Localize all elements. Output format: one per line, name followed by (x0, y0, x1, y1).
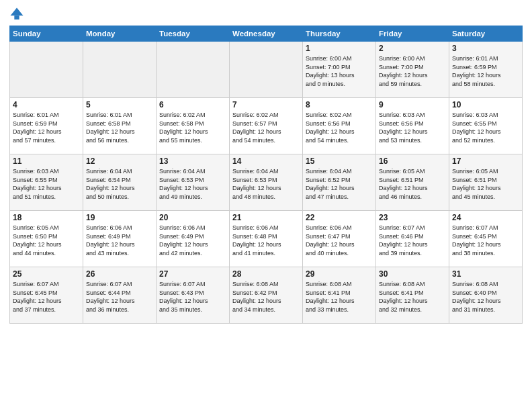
calendar-cell: 18Sunrise: 6:05 AM Sunset: 6:50 PM Dayli… (10, 211, 83, 267)
day-number: 6 (159, 100, 226, 109)
day-number: 7 (232, 100, 300, 109)
day-info: Sunrise: 6:02 AM Sunset: 6:58 PM Dayligh… (159, 111, 226, 144)
day-info: Sunrise: 6:05 AM Sunset: 6:51 PM Dayligh… (452, 167, 519, 201)
calendar-cell (83, 42, 157, 98)
day-number: 21 (232, 213, 300, 222)
page-container: SundayMondayTuesdayWednesdayThursdayFrid… (0, 0, 532, 328)
day-number: 19 (86, 213, 153, 222)
day-info: Sunrise: 6:03 AM Sunset: 6:55 PM Dayligh… (452, 111, 519, 144)
day-info: Sunrise: 6:04 AM Sunset: 6:52 PM Dayligh… (306, 167, 373, 201)
day-info: Sunrise: 6:04 AM Sunset: 6:53 PM Dayligh… (232, 167, 300, 201)
calendar-cell: 29Sunrise: 6:08 AM Sunset: 6:41 PM Dayli… (303, 267, 376, 324)
calendar-cell: 28Sunrise: 6:08 AM Sunset: 6:42 PM Dayli… (230, 267, 303, 324)
calendar-week-row: 4Sunrise: 6:01 AM Sunset: 6:59 PM Daylig… (10, 98, 523, 154)
calendar-cell: 8Sunrise: 6:02 AM Sunset: 6:56 PM Daylig… (303, 98, 376, 154)
header-day-tuesday: Tuesday (157, 26, 230, 42)
calendar-cell: 19Sunrise: 6:06 AM Sunset: 6:49 PM Dayli… (83, 211, 157, 267)
day-number: 9 (379, 100, 446, 109)
header-day-saturday: Saturday (449, 26, 523, 42)
day-info: Sunrise: 6:01 AM Sunset: 6:59 PM Dayligh… (452, 54, 519, 88)
calendar-cell: 21Sunrise: 6:06 AM Sunset: 6:48 PM Dayli… (230, 211, 303, 267)
day-number: 20 (159, 213, 226, 222)
day-info: Sunrise: 6:05 AM Sunset: 6:51 PM Dayligh… (379, 167, 446, 201)
day-number: 3 (452, 44, 519, 53)
day-number: 10 (452, 100, 519, 109)
day-number: 29 (306, 269, 373, 279)
day-info: Sunrise: 6:01 AM Sunset: 6:59 PM Dayligh… (13, 111, 80, 144)
calendar-cell: 15Sunrise: 6:04 AM Sunset: 6:52 PM Dayli… (303, 154, 376, 211)
day-info: Sunrise: 6:07 AM Sunset: 6:44 PM Dayligh… (86, 280, 153, 314)
day-number: 17 (452, 156, 519, 166)
calendar-cell: 11Sunrise: 6:03 AM Sunset: 6:55 PM Dayli… (10, 154, 83, 211)
day-number: 16 (379, 156, 446, 166)
day-info: Sunrise: 6:08 AM Sunset: 6:41 PM Dayligh… (379, 280, 446, 314)
header-day-thursday: Thursday (303, 26, 376, 42)
calendar-cell: 20Sunrise: 6:06 AM Sunset: 6:49 PM Dayli… (157, 211, 230, 267)
day-info: Sunrise: 6:04 AM Sunset: 6:53 PM Dayligh… (159, 167, 226, 201)
day-number: 18 (13, 213, 80, 222)
header (9, 7, 523, 21)
header-day-friday: Friday (376, 26, 449, 42)
day-number: 25 (13, 269, 80, 279)
day-number: 23 (379, 213, 446, 222)
calendar-cell: 31Sunrise: 6:08 AM Sunset: 6:40 PM Dayli… (449, 267, 523, 324)
calendar-cell: 22Sunrise: 6:06 AM Sunset: 6:47 PM Dayli… (303, 211, 376, 267)
svg-rect-1 (14, 15, 19, 19)
day-info: Sunrise: 6:06 AM Sunset: 6:49 PM Dayligh… (86, 224, 153, 257)
day-info: Sunrise: 6:02 AM Sunset: 6:57 PM Dayligh… (232, 111, 300, 144)
calendar-cell: 26Sunrise: 6:07 AM Sunset: 6:44 PM Dayli… (83, 267, 157, 324)
day-number: 13 (159, 156, 226, 166)
calendar-cell: 4Sunrise: 6:01 AM Sunset: 6:59 PM Daylig… (10, 98, 83, 154)
day-number: 1 (306, 44, 373, 53)
calendar-week-row: 1Sunrise: 6:00 AM Sunset: 7:00 PM Daylig… (10, 42, 523, 98)
day-number: 30 (379, 269, 446, 279)
calendar-week-row: 18Sunrise: 6:05 AM Sunset: 6:50 PM Dayli… (10, 211, 523, 267)
calendar-cell: 7Sunrise: 6:02 AM Sunset: 6:57 PM Daylig… (230, 98, 303, 154)
calendar-cell (10, 42, 83, 98)
day-number: 26 (86, 269, 153, 279)
calendar-cell: 30Sunrise: 6:08 AM Sunset: 6:41 PM Dayli… (376, 267, 449, 324)
calendar-cell: 27Sunrise: 6:07 AM Sunset: 6:43 PM Dayli… (157, 267, 230, 324)
calendar-cell: 3Sunrise: 6:01 AM Sunset: 6:59 PM Daylig… (449, 42, 523, 98)
day-number: 11 (13, 156, 80, 166)
calendar-cell: 13Sunrise: 6:04 AM Sunset: 6:53 PM Dayli… (157, 154, 230, 211)
calendar-cell: 17Sunrise: 6:05 AM Sunset: 6:51 PM Dayli… (449, 154, 523, 211)
day-number: 4 (13, 100, 80, 109)
calendar-week-row: 25Sunrise: 6:07 AM Sunset: 6:45 PM Dayli… (10, 267, 523, 324)
day-info: Sunrise: 6:07 AM Sunset: 6:45 PM Dayligh… (452, 224, 519, 257)
logo-icon (9, 7, 24, 21)
day-info: Sunrise: 6:06 AM Sunset: 6:49 PM Dayligh… (159, 224, 226, 257)
day-info: Sunrise: 6:00 AM Sunset: 7:00 PM Dayligh… (306, 54, 373, 88)
calendar-cell (230, 42, 303, 98)
day-number: 27 (159, 269, 226, 279)
header-day-monday: Monday (83, 26, 157, 42)
calendar-cell: 16Sunrise: 6:05 AM Sunset: 6:51 PM Dayli… (376, 154, 449, 211)
day-number: 14 (232, 156, 300, 166)
calendar-cell: 23Sunrise: 6:07 AM Sunset: 6:46 PM Dayli… (376, 211, 449, 267)
day-info: Sunrise: 6:01 AM Sunset: 6:58 PM Dayligh… (86, 111, 153, 144)
day-number: 31 (452, 269, 519, 279)
day-info: Sunrise: 6:05 AM Sunset: 6:50 PM Dayligh… (13, 224, 80, 257)
calendar-cell: 14Sunrise: 6:04 AM Sunset: 6:53 PM Dayli… (230, 154, 303, 211)
header-day-sunday: Sunday (10, 26, 83, 42)
calendar-cell (157, 42, 230, 98)
calendar-cell: 25Sunrise: 6:07 AM Sunset: 6:45 PM Dayli… (10, 267, 83, 324)
calendar-cell: 24Sunrise: 6:07 AM Sunset: 6:45 PM Dayli… (449, 211, 523, 267)
calendar-cell: 6Sunrise: 6:02 AM Sunset: 6:58 PM Daylig… (157, 98, 230, 154)
day-info: Sunrise: 6:02 AM Sunset: 6:56 PM Dayligh… (306, 111, 373, 144)
day-number: 12 (86, 156, 153, 166)
day-number: 22 (306, 213, 373, 222)
day-info: Sunrise: 6:04 AM Sunset: 6:54 PM Dayligh… (86, 167, 153, 201)
calendar-cell: 12Sunrise: 6:04 AM Sunset: 6:54 PM Dayli… (83, 154, 157, 211)
calendar-cell: 1Sunrise: 6:00 AM Sunset: 7:00 PM Daylig… (303, 42, 376, 98)
day-info: Sunrise: 6:07 AM Sunset: 6:45 PM Dayligh… (13, 280, 80, 314)
day-number: 8 (306, 100, 373, 109)
day-info: Sunrise: 6:03 AM Sunset: 6:56 PM Dayligh… (379, 111, 446, 144)
day-info: Sunrise: 6:06 AM Sunset: 6:47 PM Dayligh… (306, 224, 373, 257)
day-number: 28 (232, 269, 300, 279)
day-info: Sunrise: 6:00 AM Sunset: 7:00 PM Dayligh… (379, 54, 446, 88)
svg-marker-0 (10, 7, 23, 15)
calendar-cell: 5Sunrise: 6:01 AM Sunset: 6:58 PM Daylig… (83, 98, 157, 154)
day-info: Sunrise: 6:07 AM Sunset: 6:43 PM Dayligh… (159, 280, 226, 314)
day-number: 24 (452, 213, 519, 222)
